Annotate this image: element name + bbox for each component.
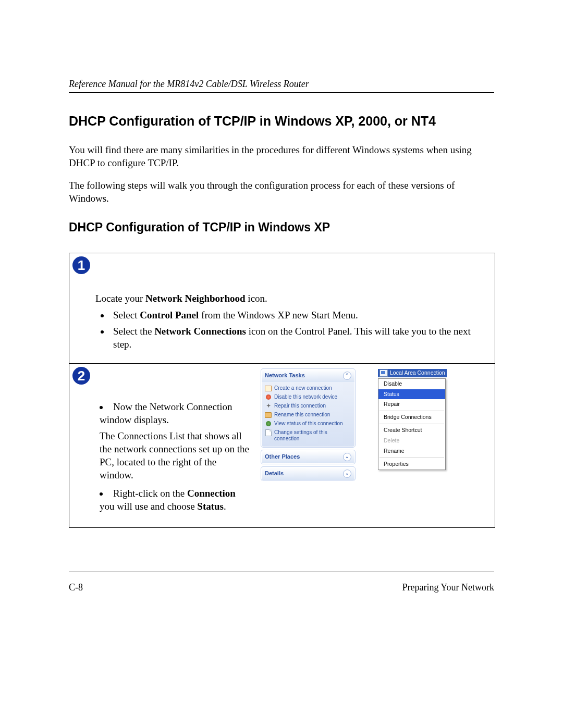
text-bold: Control Panel — [140, 310, 199, 320]
ctx-item-status[interactable]: Status — [378, 389, 445, 400]
label: Rename this connection — [274, 412, 330, 418]
ctx-separator — [380, 411, 444, 411]
status-icon — [265, 421, 272, 427]
label: View status of this connection — [274, 421, 343, 427]
text: . — [224, 501, 226, 512]
label: Disable this network device — [274, 394, 337, 401]
lan-connection-selected[interactable]: Local Area Connection — [378, 369, 447, 377]
intro-paragraph-1: You will find there are many similaritie… — [69, 143, 494, 169]
step-1-bullet-2: Select the Network Connections icon on t… — [110, 325, 487, 351]
label: Create a new connection — [274, 385, 332, 392]
xp-task-disable-device[interactable]: Disable this network device — [265, 393, 351, 402]
running-head: Reference Manual for the MR814v2 Cable/D… — [69, 78, 494, 93]
text: Select the — [113, 326, 154, 337]
step-1-badge: 1 — [72, 256, 90, 274]
ctx-item-repair[interactable]: Repair — [378, 399, 445, 410]
label: Repair this connection — [274, 403, 326, 410]
text-bold: Network Connections — [154, 326, 246, 337]
ctx-item-delete: Delete — [378, 436, 445, 446]
xp-group-network-tasks: Network Tasks ⌃ Create a new connection … — [261, 369, 355, 447]
step-2-badge: 2 — [72, 367, 90, 385]
chevron-down-icon[interactable]: ⌄ — [343, 453, 351, 461]
text-bold: Network Neighborhood — [145, 293, 246, 304]
xp-task-rename[interactable]: Rename this connection — [265, 411, 351, 419]
text: you will use and choose — [100, 501, 197, 512]
step-2-bullet-2: Right-click on the Connection you will u… — [100, 487, 252, 513]
step-2-bullet-1: Now the Network Connection window displa… — [100, 400, 252, 482]
page-number: C-8 — [69, 582, 83, 594]
subsection-title: DHCP Configuration of TCP/IP in Windows … — [69, 219, 494, 235]
xp-task-repair[interactable]: ✦Repair this connection — [265, 402, 351, 411]
step-1-bullet-1: Select Control Panel from the Windows XP… — [110, 309, 487, 322]
ctx-separator — [380, 458, 444, 458]
chevron-down-icon[interactable]: ⌄ — [343, 470, 351, 478]
step-2-row: 2 Now the Network Connection window disp… — [69, 363, 495, 528]
xp-group-other-places: Other Places ⌄ — [261, 450, 355, 464]
text: Now the Network Connection window displa… — [100, 401, 232, 425]
xp-group-title: Other Places — [265, 453, 300, 461]
ctx-separator — [380, 424, 444, 424]
ctx-item-properties[interactable]: Properties — [378, 459, 445, 470]
text: from the Windows XP new Start Menu. — [199, 310, 358, 320]
intro-paragraph-2: The following steps will walk you throug… — [69, 179, 494, 205]
ctx-item-rename[interactable]: Rename — [378, 446, 445, 456]
xp-group-title: Details — [265, 470, 284, 477]
chevron-up-icon[interactable]: ⌃ — [343, 372, 351, 380]
xp-group-title: Network Tasks — [265, 372, 305, 379]
settings-icon — [265, 429, 272, 436]
text: icon. — [246, 293, 267, 304]
ctx-item-bridge[interactable]: Bridge Connections — [378, 412, 445, 423]
xp-connection-area: Local Area Connection Disable Status Rep… — [378, 369, 447, 484]
context-menu: Disable Status Repair Bridge Connections… — [378, 378, 446, 470]
text: Right-click on the — [113, 488, 187, 499]
rename-icon — [265, 412, 272, 418]
new-connection-icon — [265, 385, 272, 392]
steps-table: 1 Locate your Network Neighborhood icon.… — [69, 253, 495, 528]
ctx-item-disable[interactable]: Disable — [378, 379, 445, 389]
repair-icon: ✦ — [265, 403, 272, 410]
step-1-row: 1 Locate your Network Neighborhood icon.… — [69, 253, 495, 363]
xp-task-view-status[interactable]: View status of this connection — [265, 419, 351, 428]
text-bold: Connection — [187, 488, 236, 499]
text-bold: Status — [197, 501, 224, 512]
step-1-lead: Locate your Network Neighborhood icon. — [95, 292, 487, 305]
text: Select — [113, 310, 140, 320]
label: Change settings of this connection — [274, 429, 351, 442]
text: The Connections List that shows all the … — [100, 429, 252, 482]
chapter-name: Preparing Your Network — [402, 582, 494, 594]
ctx-item-shortcut[interactable]: Create Shortcut — [378, 425, 445, 436]
xp-sidebar: Network Tasks ⌃ Create a new connection … — [261, 369, 355, 484]
lan-label: Local Area Connection — [390, 369, 445, 377]
xp-group-details: Details ⌄ — [261, 467, 355, 480]
lan-icon — [380, 369, 388, 377]
xp-task-create-connection[interactable]: Create a new connection — [265, 384, 351, 393]
page-footer: C-8 Preparing Your Network — [69, 572, 494, 594]
disable-icon — [265, 394, 272, 401]
text: Locate your — [95, 293, 145, 304]
xp-task-change-settings[interactable]: Change settings of this connection — [265, 428, 351, 443]
section-title: DHCP Configuration of TCP/IP in Windows … — [69, 113, 494, 130]
